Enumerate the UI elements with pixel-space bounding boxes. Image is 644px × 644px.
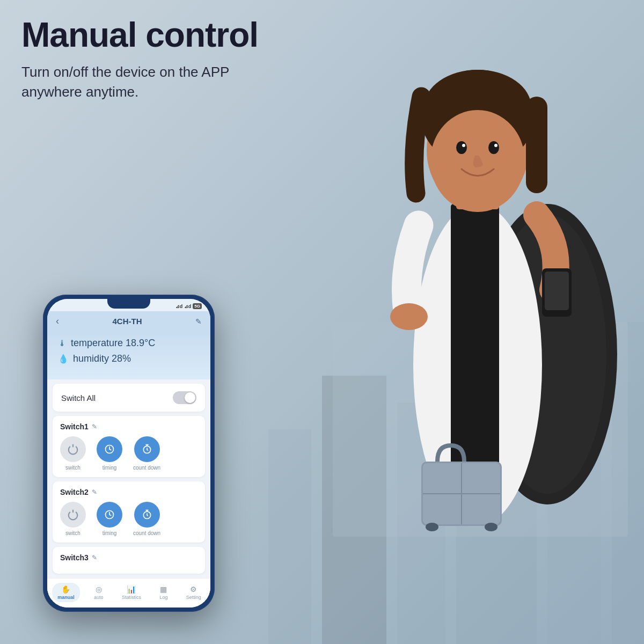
subtitle-line2: anywhere anytime. bbox=[21, 84, 138, 100]
switch2-power-circle bbox=[60, 502, 86, 528]
temperature-row: 🌡 temperature 18.9°C bbox=[58, 338, 200, 349]
switch1-power-label: switch bbox=[65, 465, 80, 471]
switch1-section: Switch1 ✎ switch bbox=[53, 416, 205, 477]
switch1-timing-label: timing bbox=[103, 465, 117, 471]
person-illustration bbox=[333, 54, 628, 590]
svg-point-20 bbox=[494, 144, 497, 147]
svg-rect-0 bbox=[268, 429, 311, 644]
switch1-countdown-btn[interactable]: count down bbox=[133, 436, 160, 471]
phone-outer: ⊿d ⊿d 5G ‹ 4CH-TH ✎ 🌡 temperature 18.9°C… bbox=[43, 295, 215, 612]
main-title: Manual control bbox=[21, 16, 258, 54]
switch2-title: Switch2 bbox=[60, 488, 89, 496]
switch-all-row: Switch All bbox=[53, 384, 205, 412]
switch1-header: Switch1 ✎ bbox=[60, 422, 197, 431]
app-title: 4CH-TH bbox=[59, 317, 195, 326]
svg-point-23 bbox=[390, 303, 428, 330]
svg-point-17 bbox=[456, 141, 467, 154]
switch2-countdown-circle bbox=[134, 502, 160, 528]
switch1-timing-circle bbox=[97, 436, 122, 462]
sensor-section: 🌡 temperature 18.9°C 💧 humidity 28% bbox=[47, 331, 210, 379]
nav-statistics[interactable]: 📊 Statistics bbox=[118, 584, 145, 601]
toggle-knob bbox=[185, 392, 195, 403]
switch1-buttons: switch timing bbox=[60, 436, 197, 471]
switch1-title: Switch1 bbox=[60, 422, 89, 431]
svg-point-19 bbox=[462, 144, 465, 147]
switch2-timing-circle bbox=[97, 502, 122, 528]
setting-icon: ⚙ bbox=[190, 585, 197, 594]
status-icons: ⊿d ⊿d 5G bbox=[175, 303, 202, 309]
app-content: Switch All Switch1 ✎ bbox=[47, 379, 210, 608]
edit-button[interactable]: ✎ bbox=[195, 317, 202, 326]
text-section: Manual control Turn on/off the device on… bbox=[21, 16, 258, 101]
signal-icon: ⊿d ⊿d bbox=[175, 304, 192, 309]
switch2-header: Switch2 ✎ bbox=[60, 488, 197, 496]
switch3-edit-icon[interactable]: ✎ bbox=[92, 554, 97, 561]
bottom-nav: ✋ manual ◎ auto 📊 Statistics ▦ Log bbox=[47, 578, 210, 608]
switch2-timing-btn[interactable]: timing bbox=[97, 502, 122, 536]
humidity-icon: 💧 bbox=[58, 354, 69, 364]
subtitle: Turn on/off the device on the APP anywhe… bbox=[21, 62, 258, 101]
manual-icon: ✋ bbox=[61, 585, 70, 594]
switch2-timing-label: timing bbox=[103, 530, 117, 536]
nav-manual[interactable]: ✋ manual bbox=[52, 583, 80, 602]
switch1-edit-icon[interactable]: ✎ bbox=[92, 423, 97, 430]
phone-notch bbox=[107, 299, 150, 309]
switch2-power-btn[interactable]: switch bbox=[60, 502, 86, 536]
switch1-countdown-label: count down bbox=[133, 465, 160, 471]
switch2-countdown-btn[interactable]: count down bbox=[133, 502, 160, 536]
switch1-timing-btn[interactable]: timing bbox=[97, 436, 122, 471]
network-icon: 5G bbox=[193, 303, 202, 309]
setting-label: Setting bbox=[186, 595, 201, 600]
svg-point-18 bbox=[488, 141, 499, 154]
temperature-value: temperature 18.9°C bbox=[71, 338, 155, 349]
phone-mockup: ⊿d ⊿d 5G ‹ 4CH-TH ✎ 🌡 temperature 18.9°C… bbox=[43, 295, 215, 612]
switch2-section: Switch2 ✎ switch bbox=[53, 481, 205, 543]
switch3-partial: Switch3 ✎ bbox=[53, 547, 205, 574]
temperature-icon: 🌡 bbox=[58, 339, 67, 348]
nav-auto[interactable]: ◎ auto bbox=[90, 584, 108, 601]
manual-label: manual bbox=[57, 595, 75, 600]
statistics-icon: 📊 bbox=[127, 585, 136, 594]
svg-rect-22 bbox=[545, 272, 569, 310]
log-icon: ▦ bbox=[160, 585, 167, 594]
humidity-row: 💧 humidity 28% bbox=[58, 353, 200, 364]
auto-icon: ◎ bbox=[96, 585, 102, 594]
auto-label: auto bbox=[94, 595, 104, 600]
switch3-title: Switch3 bbox=[60, 553, 89, 562]
phone-screen: ⊿d ⊿d 5G ‹ 4CH-TH ✎ 🌡 temperature 18.9°C… bbox=[47, 299, 210, 608]
humidity-value: humidity 28% bbox=[73, 353, 131, 364]
svg-point-28 bbox=[426, 523, 438, 531]
switch3-header: Switch3 ✎ bbox=[60, 553, 197, 562]
subtitle-line1: Turn on/off the device on the APP bbox=[21, 64, 229, 80]
statistics-label: Statistics bbox=[122, 595, 141, 600]
switch2-power-label: switch bbox=[65, 530, 80, 536]
switch-all-toggle[interactable] bbox=[173, 391, 196, 404]
switch1-power-btn[interactable]: switch bbox=[60, 436, 86, 471]
nav-setting[interactable]: ⚙ Setting bbox=[182, 584, 206, 601]
switch2-countdown-label: count down bbox=[133, 530, 160, 536]
svg-point-29 bbox=[485, 523, 497, 531]
log-label: Log bbox=[159, 595, 167, 600]
switch2-buttons: switch timing bbox=[60, 502, 197, 536]
switch1-power-circle bbox=[60, 436, 86, 462]
switch2-edit-icon[interactable]: ✎ bbox=[92, 488, 97, 496]
app-header: ‹ 4CH-TH ✎ bbox=[47, 311, 210, 331]
switch-all-label: Switch All bbox=[61, 393, 96, 402]
nav-log[interactable]: ▦ Log bbox=[155, 584, 172, 601]
switch1-countdown-circle bbox=[134, 436, 160, 462]
